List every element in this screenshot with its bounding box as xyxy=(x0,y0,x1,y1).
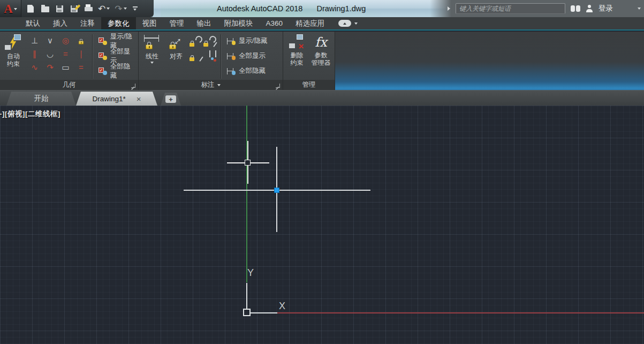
redo-icon: ↷ xyxy=(115,4,122,13)
lock-icon xyxy=(169,44,176,49)
dim-hide-all-label: 全部隐藏 xyxy=(239,66,266,76)
ucs-x-axis-line xyxy=(249,312,277,313)
sign-in-button[interactable]: 登录 xyxy=(598,4,613,13)
geometric-panel-content: 自动 约束 ⊥ ∨ ◎ ∥ ◡ = ∣ ∿ ↷ ▭ = xyxy=(0,32,138,80)
convert-dimension-button[interactable] xyxy=(203,49,217,63)
save-as-icon xyxy=(71,5,78,12)
auto-constrain-label: 自动 约束 xyxy=(7,53,20,68)
geometric-dialog-launcher-icon[interactable] xyxy=(131,84,135,88)
application-menu-button[interactable]: A xyxy=(0,0,21,18)
dimensional-panel-content: 线性 ↔ 对齐 xyxy=(139,32,283,80)
new-file-icon xyxy=(27,5,34,13)
hide-all-label: 全部隐藏 xyxy=(110,62,133,80)
x-axis-red-line xyxy=(247,312,644,313)
help-search-input[interactable] xyxy=(456,3,565,14)
tab-insert[interactable]: 插入 xyxy=(47,17,74,29)
dimensional-panel-title[interactable]: 标注 xyxy=(139,80,283,90)
manage-panel-title[interactable]: 管理 xyxy=(283,80,335,90)
file-tab-drawing1[interactable]: Drawing1* × xyxy=(76,92,157,106)
coincident-constraint-icon[interactable]: ⊥ xyxy=(27,34,42,47)
hide-all-constraints-button[interactable]: ✓ 全部隐藏 xyxy=(96,64,135,78)
customize-qat-button[interactable] xyxy=(133,6,138,11)
dimensional-panel-title-label: 标注 xyxy=(201,80,215,89)
titlebar-right-controls: 登录 xyxy=(448,0,641,17)
geometric-panel-title[interactable]: 几何 xyxy=(0,80,138,90)
print-button[interactable] xyxy=(84,4,93,13)
auto-constrain-button[interactable]: 自动 约束 xyxy=(3,33,24,69)
fix-constraint-icon[interactable] xyxy=(73,34,89,47)
dim-show-hide-label: 显示/隐藏 xyxy=(239,36,267,46)
dim-hide-all-button[interactable]: 全部隐藏 xyxy=(225,64,269,78)
app-title-text: Autodesk AutoCAD 2018 xyxy=(217,4,302,13)
dimensional-panel-flyout-icon[interactable] xyxy=(217,84,221,86)
smooth-constraint-icon[interactable]: ∿ xyxy=(27,61,42,74)
radial-constraint-button[interactable] xyxy=(203,34,217,49)
equal-constraint-icon[interactable]: = xyxy=(73,61,89,74)
redo-dropdown-icon[interactable] xyxy=(124,8,127,10)
close-tab-icon[interactable]: × xyxy=(137,95,141,103)
customize-dropdown-icon xyxy=(133,9,137,11)
tab-output[interactable]: 输出 xyxy=(191,17,218,29)
tab-addins[interactable]: 附加模块 xyxy=(218,17,260,29)
ribbon-minimize-button[interactable] xyxy=(338,20,351,27)
parallel-constraint-icon[interactable]: ∥ xyxy=(27,47,42,61)
tab-a360[interactable]: A360 xyxy=(260,17,290,29)
document-title-text: Drawing1.dwg xyxy=(316,4,366,13)
vertical-constraint-icon[interactable]: ∣ xyxy=(73,47,89,61)
new-file-button[interactable] xyxy=(26,4,35,13)
angle-lock-button[interactable] xyxy=(190,49,203,63)
delete-constraints-button[interactable]: × 删除 约束 xyxy=(286,33,308,68)
tangent-constraint-icon[interactable]: ◡ xyxy=(42,47,58,61)
show-all-constraints-button[interactable]: ✓ 全部显示 xyxy=(96,49,135,63)
autocad-window: A ↶ ↷ Autodesk AutoCAD 2018 Dr xyxy=(0,0,644,344)
aligned-dimension-button[interactable]: ↔ 对齐 xyxy=(165,33,187,61)
new-drawing-tab-button[interactable]: + xyxy=(161,93,181,106)
file-tab-drawing1-label: Drawing1* xyxy=(92,95,125,103)
viewport-controls-label[interactable]: [-][俯视][二维线框] xyxy=(0,109,60,119)
ribbon-minimize-dropdown-icon[interactable] xyxy=(354,23,358,25)
dim-show-hide-button[interactable]: 显示/隐藏 xyxy=(225,34,269,48)
tab-featured-apps[interactable]: 精选应用 xyxy=(289,17,331,29)
dimensional-dialog-launcher-icon[interactable] xyxy=(276,84,280,88)
save-button[interactable] xyxy=(55,4,64,13)
panel-separator xyxy=(221,34,222,79)
tab-parametric[interactable]: 参数化 xyxy=(101,17,136,29)
undo-dropdown-icon[interactable] xyxy=(107,8,110,10)
tab-default[interactable]: 默认 xyxy=(19,17,47,29)
customize-bar-icon xyxy=(133,6,138,8)
linear-dimension-button[interactable]: 线性 xyxy=(141,33,163,65)
ucs-y-label: Y xyxy=(247,267,254,279)
parameter-manager-button[interactable]: fx 参数 管理器 xyxy=(310,33,332,68)
grip-point[interactable] xyxy=(274,188,279,193)
search-binoculars-icon[interactable] xyxy=(571,5,580,12)
titlebar-more-dropdown-icon[interactable] xyxy=(638,8,641,10)
ucs-origin-icon[interactable] xyxy=(243,309,251,316)
redo-button[interactable]: ↷ xyxy=(115,4,126,13)
symmetric-constraint-icon[interactable]: ↷ xyxy=(42,61,58,74)
file-tab-start[interactable]: 开始 xyxy=(6,92,76,106)
chevron-down-icon xyxy=(14,8,17,10)
show-hide-constraints-button[interactable]: ✓ 显示/隐藏 xyxy=(96,34,135,48)
collinear-constraint-icon[interactable]: ▭ xyxy=(58,61,73,74)
dim-show-all-button[interactable]: 全部显示 xyxy=(225,49,269,63)
undo-button[interactable]: ↶ xyxy=(98,4,110,13)
tab-manage[interactable]: 管理 xyxy=(163,17,191,29)
perpendicular-constraint-icon[interactable]: ∨ xyxy=(42,34,58,47)
linear-dropdown-icon[interactable] xyxy=(150,62,154,64)
aligned-dimension-icon: ↔ xyxy=(168,34,184,51)
save-as-button[interactable] xyxy=(69,4,79,13)
open-file-button[interactable] xyxy=(40,4,50,13)
crosshair-pickbox xyxy=(245,160,251,166)
tab-view[interactable]: 视图 xyxy=(136,17,163,29)
dimensional-visibility-buttons: 显示/隐藏 全部显示 全部隐藏 xyxy=(225,34,269,78)
horizontal-constraint-icon[interactable]: = xyxy=(58,47,73,61)
geometric-panel: 自动 约束 ⊥ ∨ ◎ ∥ ◡ = ∣ ∿ ↷ ▭ = xyxy=(0,32,139,90)
angular-constraint-button[interactable] xyxy=(190,34,203,49)
tab-annotate[interactable]: 注释 xyxy=(74,17,101,29)
open-folder-icon xyxy=(41,6,49,12)
drawing-canvas[interactable]: [-][俯视][二维线框] Y X xyxy=(0,106,644,344)
concentric-constraint-icon[interactable]: ◎ xyxy=(58,34,73,47)
search-expand-icon[interactable] xyxy=(448,6,450,11)
aligned-label: 对齐 xyxy=(170,53,183,60)
user-account-icon[interactable] xyxy=(586,5,593,12)
